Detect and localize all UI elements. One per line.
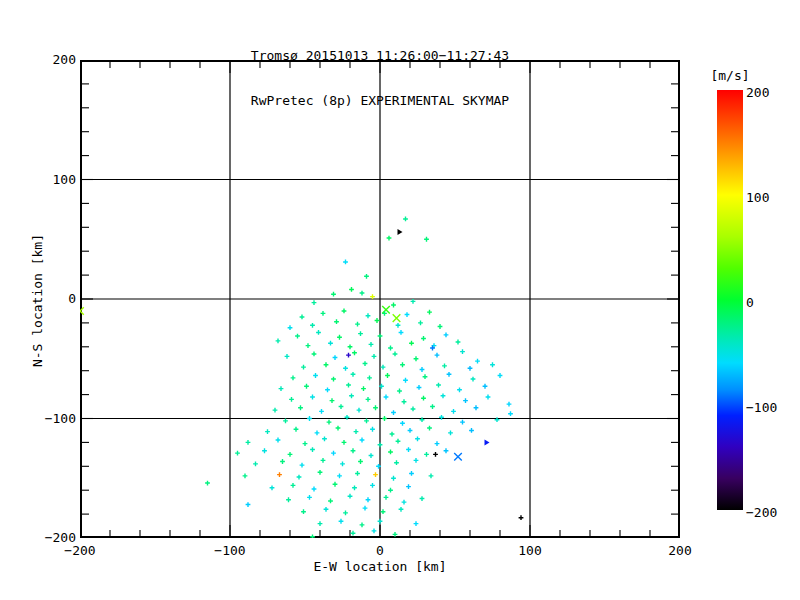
data-point <box>318 470 323 475</box>
data-point <box>285 354 290 359</box>
data-point <box>435 441 440 446</box>
data-point <box>330 398 335 403</box>
data-point <box>312 487 317 492</box>
data-point <box>355 471 360 476</box>
data-point <box>337 335 342 340</box>
data-point <box>351 372 356 377</box>
data-point <box>340 462 345 467</box>
data-point <box>447 372 452 377</box>
data-point <box>366 313 371 318</box>
data-point <box>286 497 291 502</box>
y-tick-label: −100 <box>26 411 76 426</box>
data-point <box>310 323 315 328</box>
data-point <box>339 404 344 409</box>
data-point <box>399 507 404 512</box>
data-point <box>378 334 383 339</box>
data-point <box>291 483 296 488</box>
data-point <box>291 375 296 380</box>
data-point <box>463 398 468 403</box>
data-point <box>280 459 285 464</box>
data-point <box>460 420 465 425</box>
data-point <box>384 395 389 400</box>
data-point <box>310 534 315 538</box>
data-point <box>366 397 371 402</box>
data-point <box>369 342 374 347</box>
data-point <box>420 367 425 372</box>
data-point <box>295 334 300 339</box>
data-point <box>370 427 375 432</box>
data-point <box>276 438 281 443</box>
data-point <box>349 287 354 292</box>
data-point <box>300 463 305 468</box>
data-point <box>322 436 327 441</box>
data-point <box>456 340 461 345</box>
data-point <box>318 521 323 526</box>
data-point <box>381 509 386 514</box>
data-point <box>441 393 446 398</box>
data-point <box>310 447 315 452</box>
data-point <box>411 299 416 304</box>
data-point <box>402 399 407 404</box>
data-point <box>406 447 411 452</box>
data-point <box>205 481 210 486</box>
y-tick-label: 100 <box>26 172 76 187</box>
data-point <box>312 300 317 305</box>
data-point <box>283 418 288 423</box>
y-axis-title: N-S location [km] <box>30 201 45 401</box>
data-point <box>358 331 363 336</box>
data-point <box>243 473 248 478</box>
data-point <box>451 409 456 414</box>
data-point <box>418 321 423 326</box>
data-point <box>387 236 392 241</box>
data-point <box>265 429 270 434</box>
data-point <box>310 395 315 400</box>
data-point <box>343 260 348 265</box>
data-point <box>331 377 336 382</box>
data-point <box>435 353 440 358</box>
x-axis-title: E-W location [km] <box>80 559 680 574</box>
colorbar <box>717 90 743 510</box>
data-point <box>288 452 293 457</box>
scatter-plot-canvas <box>80 60 680 538</box>
data-point <box>460 349 465 354</box>
data-point <box>474 405 479 410</box>
data-point <box>498 373 503 378</box>
data-point <box>400 362 405 367</box>
data-point <box>378 442 383 447</box>
data-point <box>421 396 426 401</box>
data-point <box>360 522 365 527</box>
data-point <box>507 402 512 407</box>
data-point <box>325 387 330 392</box>
data-point <box>448 430 453 435</box>
data-point <box>339 519 344 524</box>
data-point <box>394 460 399 465</box>
data-point <box>351 448 356 453</box>
data-point <box>486 395 491 400</box>
data-point <box>297 475 302 480</box>
data-point <box>430 404 435 409</box>
data-point <box>382 311 387 316</box>
data-point <box>342 309 347 314</box>
data-point <box>414 521 419 526</box>
data-point <box>385 373 390 378</box>
data-point <box>403 217 408 222</box>
data-point <box>294 427 299 432</box>
data-point <box>363 506 368 511</box>
data-point <box>355 322 360 327</box>
data-point <box>361 386 366 391</box>
data-point <box>298 405 303 410</box>
x-tick-label: −100 <box>202 543 258 558</box>
data-point-x <box>454 453 462 461</box>
data-point <box>348 344 353 349</box>
data-point <box>483 384 488 389</box>
data-point <box>424 237 429 242</box>
data-point-triangle <box>485 439 490 445</box>
data-point <box>390 432 395 437</box>
data-point <box>393 352 398 357</box>
data-point <box>348 494 353 499</box>
data-point <box>324 507 329 512</box>
data-point <box>391 476 396 481</box>
data-point <box>414 458 419 463</box>
data-point <box>352 485 357 490</box>
data-point <box>402 500 407 505</box>
